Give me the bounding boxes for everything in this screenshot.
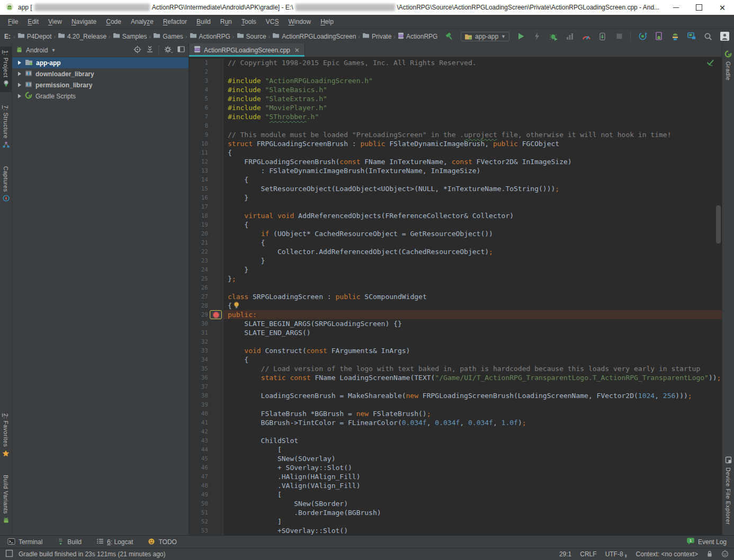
code-line-29[interactable]: 29public: [189,310,722,319]
gutter[interactable]: 19 [189,220,223,229]
menu-item-help[interactable]: Help [316,16,338,28]
menu-item-run[interactable]: Run [216,16,237,28]
gutter[interactable]: 6 [189,103,223,112]
line-number[interactable]: 37 [191,382,208,391]
code-line-20[interactable]: 20 if (UObject* CachedResourceObject = G… [189,229,722,238]
menu-item-window[interactable]: Window [283,16,316,28]
gutter[interactable]: 11 [189,148,223,157]
line-number[interactable]: 29 [191,310,208,319]
line-number[interactable]: 40 [191,409,208,418]
gutter[interactable]: 46 [189,463,223,472]
line-number[interactable]: 43 [191,436,208,445]
code-line-52[interactable]: 52 ] [189,517,722,526]
gutter[interactable]: 40 [189,409,223,418]
code-line-35[interactable]: 35 // Load version of the logo with text… [189,364,722,373]
gutter[interactable]: 28 [189,301,223,310]
breadcrumb-item-actionrpg[interactable]: ActionRPG [190,32,230,40]
close-button[interactable]: ✕ [711,0,734,15]
lock-icon[interactable] [706,550,713,559]
breadcrumb-item-samples[interactable]: Samples [113,32,147,40]
tree-node-app-app[interactable]: app-app [12,57,189,68]
locate-file-icon[interactable] [133,46,141,55]
line-number[interactable]: 28 [191,301,208,310]
gutter[interactable]: 9 [189,130,223,139]
code-line-5[interactable]: 5#include "SlateExtras.h" [189,94,722,103]
tool-window-button-device-file-explorer[interactable]: Device File Explorer [722,453,734,528]
code-line-3[interactable]: 3#include "ActionRPGLoadingScreen.h" [189,76,722,85]
code-line-13[interactable]: 13 : FSlateDynamicImageBrush(InTextureNa… [189,166,722,175]
expand-arrow-icon[interactable] [17,82,22,89]
code-line-31[interactable]: 31 SLATE_END_ARGS() [189,328,722,337]
line-number[interactable]: 53 [191,526,208,535]
menu-item-build[interactable]: Build [192,16,216,28]
tool-window-button-build[interactable]: 01Build [57,538,82,547]
code-line-19[interactable]: 19 { [189,220,722,229]
line-number[interactable]: 7 [191,112,208,121]
gutter[interactable]: 33 [189,346,223,355]
collapse-all-icon[interactable] [146,46,154,55]
line-number[interactable]: 18 [191,211,208,220]
gutter[interactable]: 31 [189,328,223,337]
line-number[interactable]: 10 [191,139,208,148]
editor-tab-actionrpgloadingscreen[interactable]: C++ ActionRPGLoadingScreen.cpp ✕ [189,43,305,57]
breadcrumb-item-games[interactable]: Games [153,32,183,40]
gutter[interactable]: 12 [189,157,223,166]
line-number[interactable]: 17 [191,202,208,211]
gutter[interactable]: 21 [189,238,223,247]
line-number[interactable]: 32 [191,337,208,346]
line-number[interactable]: 15 [191,184,208,193]
breadcrumb-item-source[interactable]: Source [237,32,266,40]
gutter[interactable]: 52 [189,517,223,526]
menu-item-edit[interactable]: Edit [23,16,43,28]
menu-item-analyze[interactable]: Analyze [126,16,158,28]
event-log-button[interactable]: 1 Event Log [686,537,727,547]
line-number[interactable]: 9 [191,130,208,139]
gutter[interactable]: 3 [189,76,223,85]
breadcrumb-item-actionrpgloadingscreen[interactable]: ActionRPGLoadingScreen [272,32,356,40]
menu-item-refactor[interactable]: Refactor [158,16,192,28]
code-line-23[interactable]: 23 } [189,256,722,265]
line-number[interactable]: 2 [191,67,208,76]
line-number[interactable]: 5 [191,94,208,103]
code-line-6[interactable]: 6#include "MoviePlayer.h" [189,103,722,112]
code-line-28[interactable]: 28{ [189,301,722,310]
code-line-17[interactable]: 17 [189,202,722,211]
line-number[interactable]: 51 [191,508,208,517]
breadcrumb-item-4-20-release[interactable]: 4.20_Release [58,32,106,40]
gutter[interactable]: 48 [189,481,223,490]
code-line-30[interactable]: 30 SLATE_BEGIN_ARGS(SRPGLoadingScreen) {… [189,319,722,328]
code-line-49[interactable]: 49 [ [189,490,722,499]
gutter[interactable]: 44 [189,445,223,454]
code-line-15[interactable]: 15 SetResourceObject(LoadObject<UObject>… [189,184,722,193]
code-line-18[interactable]: 18 virtual void AddReferencedObjects(FRe… [189,211,722,220]
gutter[interactable]: 4 [189,85,223,94]
gutter[interactable]: 5 [189,94,223,103]
gutter[interactable]: 36 [189,373,223,382]
user-avatar-icon[interactable] [719,31,730,42]
gutter[interactable]: 8 [189,121,223,130]
code-line-51[interactable]: 51 .BorderImage(BGBrush) [189,508,722,517]
sync-gradle-button[interactable] [637,31,648,42]
line-number[interactable]: 34 [191,355,208,364]
breadcrumb-item-private[interactable]: Private [362,32,391,40]
line-number[interactable]: 44 [191,445,208,454]
profile-app-button[interactable] [581,31,592,42]
code-line-26[interactable]: 26 [189,283,722,292]
code-line-43[interactable]: 43 ChildSlot [189,436,722,445]
code-line-34[interactable]: 34 { [189,355,722,364]
code-line-38[interactable]: 38 LoadingScreenBrush = MakeShareable(ne… [189,391,722,400]
code-line-25[interactable]: 25}; [189,274,722,283]
line-number[interactable]: 38 [191,391,208,400]
run-configuration-selector[interactable]: app-app ▼ [461,32,509,41]
line-number[interactable]: 14 [191,175,208,184]
tree-node-permission-library[interactable]: permission_library [12,79,189,91]
line-number[interactable]: 42 [191,427,208,436]
code-line-33[interactable]: 33 void Construct(const FArguments& InAr… [189,346,722,355]
line-number[interactable]: 30 [191,319,208,328]
gutter[interactable]: 17 [189,202,223,211]
tool-window-button-7-structure[interactable]: 7: Structure [0,102,12,153]
gutter[interactable]: 23 [189,256,223,265]
gutter[interactable]: 1 [189,58,223,67]
layout-inspector-button[interactable] [686,31,697,42]
code-line-47[interactable]: 47 .HAlign(HAlign_Fill) [189,472,722,481]
